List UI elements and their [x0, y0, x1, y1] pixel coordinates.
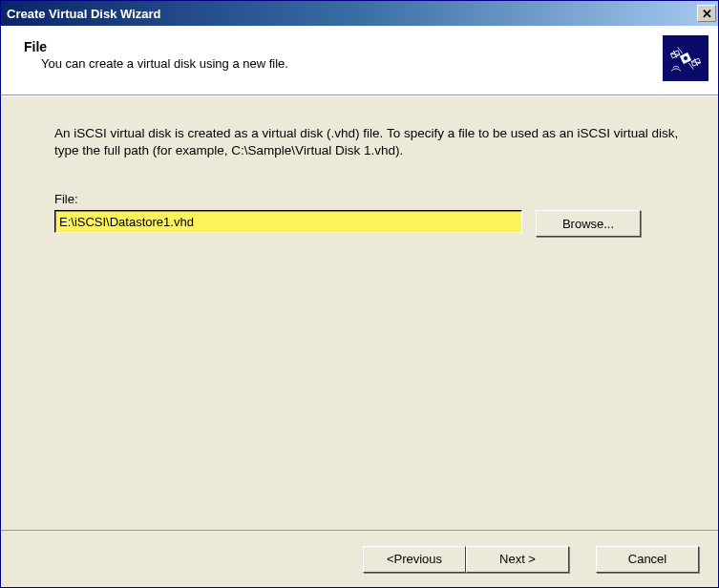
svg-line-8: [678, 47, 683, 53]
description-text: An iSCSI virtual disk is created as a vi…: [54, 125, 680, 159]
header-panel: File You can create a virtual disk using…: [1, 26, 718, 95]
svg-line-9: [688, 63, 693, 70]
previous-button[interactable]: <Previous: [363, 546, 466, 573]
browse-button[interactable]: Browse...: [536, 210, 641, 237]
window-title: Create Virtual Disk Wizard: [7, 7, 697, 21]
svg-point-7: [684, 56, 688, 61]
next-button[interactable]: Next >: [466, 546, 569, 573]
content-area: An iSCSI virtual disk is created as a vi…: [1, 95, 718, 530]
file-path-input[interactable]: [54, 210, 522, 233]
page-title: File: [24, 39, 288, 54]
file-label: File:: [54, 192, 680, 206]
page-subtitle: You can create a virtual disk using a ne…: [41, 56, 288, 71]
button-bar: <Previous Next > Cancel: [1, 530, 718, 587]
cancel-button[interactable]: Cancel: [596, 546, 699, 573]
close-button[interactable]: ✕: [697, 5, 716, 22]
wizard-window: Create Virtual Disk Wizard ✕ File You ca…: [0, 0, 719, 588]
close-icon: ✕: [702, 7, 712, 21]
header-text-block: File You can create a virtual disk using…: [11, 35, 288, 71]
satellite-icon: [663, 35, 708, 81]
titlebar: Create Virtual Disk Wizard ✕: [1, 1, 718, 26]
file-row: Browse...: [54, 210, 680, 237]
